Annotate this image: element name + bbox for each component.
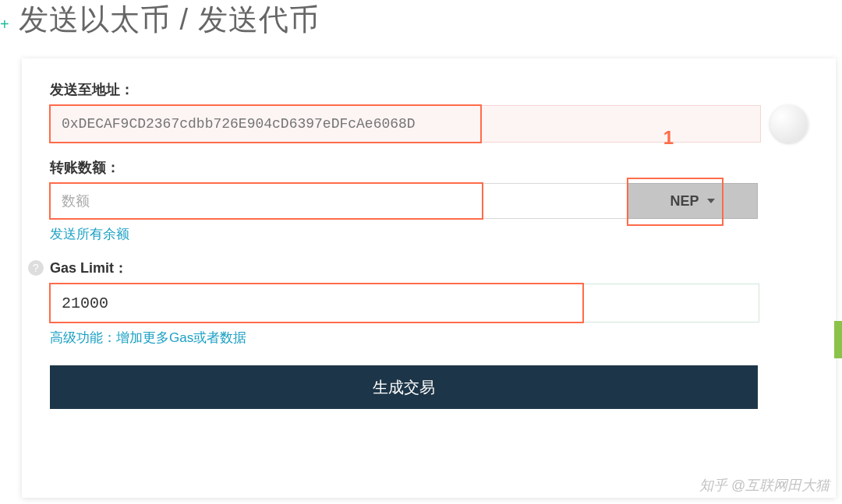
amount-row: NEP bbox=[50, 183, 758, 219]
help-icon[interactable]: ? bbox=[28, 260, 44, 276]
chevron-down-icon bbox=[707, 199, 715, 203]
gas-limit-input[interactable] bbox=[50, 284, 759, 322]
address-input[interactable] bbox=[50, 105, 761, 143]
amount-input-wrapper bbox=[50, 183, 627, 219]
send-form: 发送至地址： 1 转账数额： NEP 发送所有余额 ? bbox=[22, 58, 836, 498]
gas-label: Gas Limit： bbox=[50, 259, 128, 277]
address-label: 发送至地址： bbox=[50, 80, 808, 99]
new-tx-icon: + bbox=[0, 16, 9, 33]
amount-field-group: 转账数额： NEP 发送所有余额 bbox=[50, 158, 808, 243]
generate-transaction-button[interactable]: 生成交易 bbox=[50, 365, 758, 409]
address-input-wrapper bbox=[50, 105, 761, 143]
gas-field-group: ? Gas Limit： 高级功能：增加更多Gas或者数据 bbox=[50, 259, 808, 347]
address-field-group: 发送至地址： 1 bbox=[50, 80, 808, 143]
amount-label: 转账数额： bbox=[50, 158, 808, 177]
address-row bbox=[50, 105, 808, 143]
amount-input[interactable] bbox=[50, 183, 627, 219]
send-all-link[interactable]: 发送所有余额 bbox=[50, 225, 129, 243]
gas-input-wrapper bbox=[50, 284, 759, 322]
page-title: 发送以太币 / 发送代币 bbox=[19, 0, 320, 40]
token-selected-label: NEP bbox=[670, 193, 699, 210]
token-dropdown[interactable]: NEP bbox=[627, 183, 758, 219]
annotation-marker-1: 1 bbox=[663, 127, 674, 149]
identicon-icon bbox=[770, 105, 808, 143]
advanced-gas-link[interactable]: 高级功能：增加更多Gas或者数据 bbox=[50, 329, 246, 347]
watermark-text: 知乎 @互联网田大猫 bbox=[699, 476, 830, 495]
side-accent-bar bbox=[834, 321, 842, 358]
